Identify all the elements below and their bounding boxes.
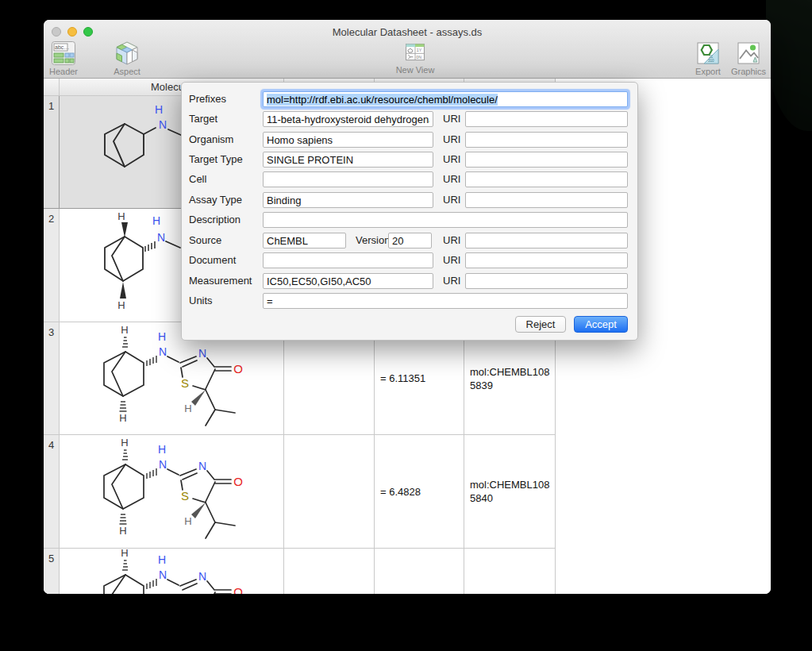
- svg-text:H: H: [121, 549, 128, 559]
- header-tool-label: Header: [49, 67, 78, 76]
- header-tool-button[interactable]: abc… Header: [45, 40, 82, 76]
- data-cell[interactable]: [284, 549, 375, 594]
- selected-text: mol=http://rdf.ebi.ac.uk/resource/chembl…: [267, 94, 498, 106]
- svg-text:310: 310: [708, 59, 714, 63]
- svg-text:N: N: [159, 345, 167, 358]
- screenshot-stage: Molecular Datasheet - assays.ds abc… Hea…: [0, 0, 812, 651]
- graphics-icon: [736, 40, 761, 66]
- svg-text:N: N: [157, 231, 165, 244]
- description-label: Description: [189, 212, 241, 228]
- target-uri-input[interactable]: [465, 111, 628, 127]
- source-uri-input[interactable]: [465, 233, 628, 248]
- new-view-icon: 1Y 0N: [404, 40, 426, 64]
- uri-label: URI: [443, 132, 460, 148]
- svg-text:N: N: [198, 570, 206, 583]
- reject-button[interactable]: Reject: [515, 316, 566, 333]
- molecule-structure: H H H N N O S H: [60, 435, 284, 546]
- target-input[interactable]: [263, 111, 433, 127]
- organism-input[interactable]: [263, 132, 433, 148]
- svg-text:H: H: [121, 437, 128, 449]
- target-label: Target: [189, 111, 217, 127]
- row-number[interactable]: 5: [44, 549, 60, 594]
- svg-text:H: H: [184, 515, 191, 527]
- description-input[interactable]: [263, 212, 628, 228]
- svg-text:S: S: [181, 376, 189, 390]
- document-uri-input[interactable]: [465, 252, 628, 268]
- value-cell[interactable]: = 6.4828: [375, 435, 464, 549]
- source-label: Source: [189, 233, 221, 248]
- cell-label: Cell: [189, 171, 206, 187]
- document-input[interactable]: [263, 252, 433, 268]
- svg-text:O: O: [233, 362, 243, 376]
- corner-header-cell: [44, 79, 60, 96]
- molecule-structure: H H N N O: [60, 549, 284, 594]
- cell-input[interactable]: [263, 171, 433, 187]
- target-type-uri-input[interactable]: [465, 152, 628, 168]
- data-cell[interactable]: [284, 435, 375, 549]
- svg-text:H: H: [184, 403, 191, 414]
- target-type-input[interactable]: [263, 152, 433, 168]
- new-view-tool-label: New View: [396, 65, 435, 75]
- svg-text:H: H: [158, 330, 166, 343]
- accept-button[interactable]: Accept: [574, 316, 628, 333]
- molecule-structure: H H H N: [60, 209, 187, 320]
- mol-id-cell[interactable]: mol:CHEMBL108: [464, 549, 556, 594]
- uri-label: URI: [443, 111, 460, 127]
- version-label: Version: [356, 233, 390, 248]
- export-tool-label: Export: [695, 67, 721, 76]
- source-input[interactable]: [263, 233, 346, 248]
- svg-text:H: H: [121, 324, 128, 336]
- uri-label: URI: [443, 152, 460, 168]
- row-number[interactable]: 3: [44, 322, 60, 435]
- assay-type-label: Assay Type: [189, 192, 242, 208]
- svg-text:N: N: [198, 347, 206, 360]
- svg-text:H: H: [117, 299, 125, 311]
- aspect-tool-button[interactable]: Aspect: [106, 40, 148, 76]
- row-number[interactable]: 4: [44, 435, 60, 549]
- svg-text:H: H: [119, 412, 126, 424]
- units-input[interactable]: [263, 293, 628, 309]
- value-cell[interactable]: [375, 549, 464, 594]
- svg-text:H: H: [119, 525, 126, 537]
- svg-text:H: H: [152, 214, 160, 227]
- prefixes-label: Prefixes: [189, 91, 226, 107]
- molecule-cell[interactable]: H H N N O: [60, 549, 284, 594]
- version-input[interactable]: [388, 233, 432, 248]
- assay-metadata-dialog: Prefixes mol=http://rdf.ebi.ac.uk/resour…: [181, 82, 638, 341]
- svg-text:1Y: 1Y: [417, 48, 422, 52]
- assay-type-input[interactable]: [263, 192, 433, 208]
- svg-text:N: N: [159, 458, 167, 471]
- svg-text:H: H: [158, 443, 166, 456]
- document-label: Document: [189, 252, 236, 268]
- window-shadow: [764, 0, 812, 143]
- svg-text:N: N: [198, 460, 206, 472]
- measurement-input[interactable]: [263, 273, 433, 289]
- svg-text:H: H: [117, 210, 125, 222]
- row-number[interactable]: 1: [44, 96, 60, 209]
- svg-text:abc…: abc…: [55, 44, 69, 50]
- uri-label: URI: [443, 233, 460, 248]
- molecule-cell[interactable]: H H H N N O S H: [60, 435, 284, 549]
- app-window: Molecular Datasheet - assays.ds abc… Hea…: [44, 20, 771, 594]
- uri-label: URI: [443, 192, 460, 208]
- svg-text:O: O: [233, 475, 243, 488]
- export-tool-button[interactable]: 31 310 Export: [690, 40, 726, 76]
- prefixes-input[interactable]: mol=http://rdf.ebi.ac.uk/resource/chembl…: [263, 91, 628, 107]
- new-view-tool-button[interactable]: 1Y 0N New View: [391, 40, 439, 75]
- mol-id-cell[interactable]: mol:CHEMBL1085840: [464, 435, 556, 549]
- assay-type-uri-input[interactable]: [465, 192, 628, 208]
- row-number[interactable]: 2: [44, 209, 60, 322]
- svg-text:O: O: [233, 585, 243, 594]
- export-icon: 31 310: [695, 40, 721, 66]
- header-icon: abc…: [51, 40, 76, 66]
- svg-text:S: S: [181, 489, 189, 503]
- molecule-structure: H N: [60, 96, 187, 175]
- measurement-uri-input[interactable]: [465, 273, 628, 289]
- target-type-label: Target Type: [189, 152, 243, 168]
- organism-uri-input[interactable]: [465, 132, 628, 148]
- graphics-tool-button[interactable]: Graphics: [727, 40, 770, 76]
- svg-text:N: N: [159, 118, 167, 131]
- svg-text:0N: 0N: [416, 55, 421, 60]
- cell-uri-input[interactable]: [465, 171, 628, 187]
- aspect-tool-label: Aspect: [114, 67, 140, 76]
